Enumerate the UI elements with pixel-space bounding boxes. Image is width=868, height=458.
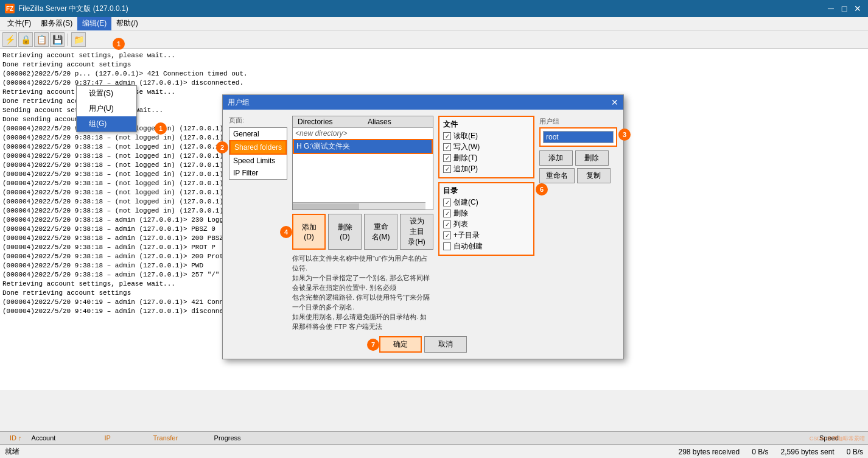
checkbox-subdir[interactable] [443, 231, 451, 239]
checkbox-append[interactable] [443, 165, 451, 173]
dialog-overlay: 用户组 ✕ 页面: General Shared folders 2 Spe [0, 0, 868, 458]
usergroup-buttons: 添加 删除 重命名 复制 [539, 150, 617, 183]
perm-dir-delete: 删除 [443, 208, 530, 219]
nav-ip-filter[interactable]: IP Filter [229, 167, 287, 179]
dir-scrollbar-thumb [293, 203, 359, 210]
info-text: 你可以在文件夹名称中使用"u"作为用户名的占位符. 如果为一个目录指定了一个别名… [292, 253, 433, 331]
file-perms-title: 文件 [443, 119, 530, 130]
dialog-body: 页面: General Shared folders 2 Speed Limit… [229, 116, 617, 331]
add-dir-button[interactable]: 添加(D) 4 [292, 214, 326, 250]
col-directories: Directories [293, 116, 363, 127]
nav-shared-folders[interactable]: Shared folders 2 [229, 140, 287, 155]
nav-list: General Shared folders 2 Speed Limits IP… [229, 127, 287, 180]
checkbox-list[interactable] [443, 220, 451, 228]
page-label: 页面: [229, 116, 287, 125]
badge-add-dir: 4 [280, 226, 292, 238]
badge-usergroup: 3 [618, 129, 631, 141]
perm-autocreate: 自动创建 [443, 241, 530, 252]
perm-write: 写入(W) [443, 142, 530, 152]
usergroup-dialog: 用户组 ✕ 页面: General Shared folders 2 Spe [222, 94, 624, 359]
badge-menu: 1 [113, 38, 125, 50]
usergroup-value: root [543, 131, 614, 143]
perm-subdir: +子目录 [443, 230, 530, 241]
dir-row-new[interactable]: <new directory> [293, 128, 433, 139]
checkbox-dir-delete[interactable] [443, 210, 451, 217]
badge-nav: 2 [216, 141, 228, 153]
dialog-content: 页面: General Shared folders 2 Speed Limit… [223, 110, 623, 359]
dialog-middle-panel: Directories Aliases <new directory> H G:… [292, 116, 433, 331]
dir-perms-box: 6 目录 创建(C) 删除 列表 [438, 182, 534, 256]
add-group-button[interactable]: 添加 [539, 150, 573, 166]
checkbox-autocreate[interactable] [443, 242, 451, 250]
directories-panel: Directories Aliases <new directory> H G:… [292, 116, 433, 210]
checkbox-read[interactable] [443, 132, 451, 140]
checkbox-delete[interactable] [443, 154, 451, 162]
nav-general[interactable]: General [229, 128, 287, 140]
usergroup-label: 用户组 [539, 117, 617, 126]
dir-buttons-row: 添加(D) 4 删除(D) 重命名(M) 设为主目录(H) [292, 214, 433, 250]
rename-group-button[interactable]: 重命名 [539, 168, 575, 183]
delete-dir-button[interactable]: 删除(D) [328, 214, 362, 250]
perm-delete: 删除(T) [443, 153, 530, 163]
perm-append: 追加(P) [443, 164, 530, 174]
dir-hscrollbar[interactable] [293, 202, 425, 210]
dialog-title: 用户组 [228, 97, 250, 108]
dialog-bottom-buttons: 确定 7 取消 [229, 336, 617, 353]
set-home-button[interactable]: 设为主目录(H) [400, 214, 433, 250]
dir-panel-header: Directories Aliases [293, 116, 433, 128]
file-perms-box: 文件 读取(E) 写入(W) 删除(T) [438, 116, 534, 178]
rename-dir-button[interactable]: 重命名(M) [364, 214, 397, 250]
perm-create: 创建(C) [443, 197, 530, 208]
permissions-panel: 文件 读取(E) 写入(W) 删除(T) [438, 116, 534, 331]
confirm-button[interactable]: 确定 7 [379, 336, 422, 353]
cancel-button[interactable]: 取消 [424, 336, 467, 353]
dialog-close-button[interactable]: ✕ [611, 97, 618, 107]
col-aliases: Aliases [363, 116, 433, 127]
checkbox-create[interactable] [443, 199, 451, 206]
perm-list: 列表 [443, 219, 530, 230]
dialog-nav: 页面: General Shared folders 2 Speed Limit… [229, 116, 287, 331]
perm-read: 读取(E) [443, 131, 530, 141]
usergroup-box: 3 root [539, 127, 617, 147]
dir-row-selected[interactable]: H G:\测试文件夹 5 [293, 139, 433, 154]
copy-group-button[interactable]: 复制 [577, 168, 611, 183]
dir-perms-title: 目录 [443, 186, 530, 196]
badge-confirm: 7 [367, 339, 379, 351]
usergroup-panel: 用户组 3 root 添加 删除 重命名 复制 [539, 116, 617, 331]
badge-dir-perms: 6 [536, 183, 548, 196]
nav-speed-limits[interactable]: Speed Limits [229, 155, 287, 167]
delete-group-button[interactable]: 删除 [575, 150, 609, 166]
checkbox-write[interactable] [443, 143, 451, 151]
dialog-title-bar: 用户组 ✕ [223, 95, 623, 110]
